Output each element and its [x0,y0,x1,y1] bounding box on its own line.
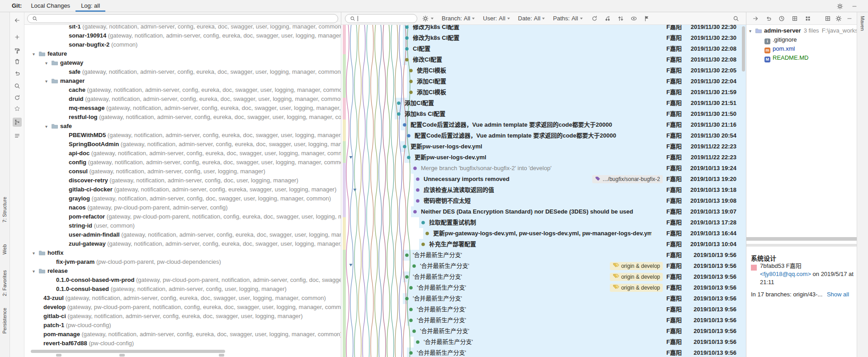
branch-item[interactable]: sonar-bugfix-2 (common) [24,40,341,49]
commit-row[interactable]: 添加k8s CI配置F嘉阳2019/11/30 21:50 [341,109,746,119]
flatten-packages-icon[interactable] [804,15,811,22]
branch-item[interactable]: PBEWithMD5 (gateway, notification, admin… [24,131,341,140]
commit-row[interactable]: '合并最新生产分支'F嘉阳2019/10/13 9:56 [341,250,746,261]
branch-item[interactable]: 0.1.0-consol-based-vm-prod (gateway, pw-… [24,276,341,285]
commit-row[interactable]: Neither DES (Data Encryption Standard) n… [341,206,746,217]
branch-folder[interactable]: ▾release [24,267,341,276]
revert-icon[interactable] [13,69,22,78]
chevron-down-icon[interactable]: ▾ [749,27,755,35]
ide-settings-icon[interactable] [836,3,844,10]
branch-item[interactable]: SpringBootAdmin (gateway, notification, … [24,140,341,149]
view-settings-icon[interactable] [835,15,842,22]
horizontal-scrollbar[interactable] [31,350,225,353]
branch-item[interactable]: gitlab-ci (gateway, notification, admin-… [24,312,341,321]
group-by-icon[interactable] [791,15,798,22]
branch-item[interactable]: sit-1 (gateway, notification, admin-serv… [24,25,341,31]
commit-row[interactable]: 密码密钥不应太短F嘉阳2019/10/13 19:08 [341,195,746,206]
branch-item[interactable]: mq-message (gateway, notification, admin… [24,104,341,113]
branch-item[interactable]: druid (gateway, notification, admin-serv… [24,95,341,104]
history-icon[interactable] [778,15,785,22]
back-icon[interactable] [13,16,22,25]
refresh-log-icon[interactable] [591,15,598,22]
author-email-link[interactable]: <fjy8018@qq.com> [760,271,811,277]
commit-row[interactable]: 使用CI模板F嘉阳2019/11/30 22:05 [341,65,746,76]
paint-roller-icon[interactable] [13,46,22,55]
commit-row[interactable]: '合并最新生产分支'origin & developF嘉阳2019/10/13 … [341,282,746,293]
branch-item[interactable]: patch-1 (pw-cloud-config) [24,321,341,330]
commit-row[interactable]: '合并最新生产分支'F嘉阳2019/10/13 9:56 [341,347,746,357]
branch-item[interactable]: api-doc (gateway, notification, admin-se… [24,149,341,158]
chevron-down-icon[interactable]: ▾ [33,249,38,257]
tool-window-button-structure[interactable]: 7: Structure [2,197,7,223]
preview-diff-icon[interactable] [630,15,637,22]
commit-row[interactable]: 配置Code后置过滤器，Vue admin template 要求返回的code… [341,119,746,130]
jump-to-source-icon[interactable] [752,15,759,22]
branch-item[interactable]: restful-log (gateway, notification, admi… [24,113,341,122]
splitter[interactable] [746,237,857,241]
show-all-link[interactable]: Show all [827,291,849,298]
branch-label[interactable]: origin & develop [610,284,663,292]
user-filter[interactable]: User: All [483,15,510,22]
tool-window-button-persistence[interactable]: Persistence [2,308,7,333]
minimize-icon[interactable] [851,3,858,10]
commit-row[interactable]: 应该检查从流读取返回的值F嘉阳2019/10/13 19:18 [341,185,746,195]
branch-item[interactable]: discover-retry (gateway, notification, a… [24,176,341,185]
branch-item[interactable]: config (gateway, notification, admin-ser… [24,158,341,167]
navigate-commit-icon[interactable] [617,15,624,22]
find-icon[interactable] [13,81,22,90]
branch-folder[interactable]: ▾gateway [24,58,341,67]
tool-window-button-maven[interactable]: Maven [860,16,865,31]
delete-icon[interactable] [13,57,22,66]
commit-row[interactable]: '合并最新生产分支'F嘉阳2019/10/13 9:56 [341,337,746,347]
branch-item[interactable]: nacos (gateway, pw-cloud-pom-parent, adm… [24,203,341,212]
commit-row[interactable]: 拉取配置重试机制F嘉阳2019/10/13 17:28 [341,217,746,228]
layout-icon[interactable] [824,15,831,22]
date-filter[interactable]: Date: All [518,15,545,22]
find-commit-icon[interactable] [732,15,740,22]
splitter[interactable] [746,244,857,247]
branch-item[interactable]: sonar-190914 (gateway, notification, adm… [24,31,341,40]
branch-item[interactable]: cache (gateway, notification, admin-serv… [24,86,341,95]
commit-row[interactable]: '合并最新生产分支'F嘉阳2019/10/13 9:56 [341,315,746,326]
commit-row[interactable]: CI配置F嘉阳2019/11/30 22:08 [341,43,746,54]
commit-row[interactable]: 添加CI模板F嘉阳2019/11/30 21:59 [341,87,746,98]
commit-row[interactable]: 修改CI配置F嘉阳2019/11/30 22:08 [341,54,746,65]
chevron-down-icon[interactable]: ▾ [45,59,51,67]
add-icon[interactable] [13,33,22,42]
tool-window-button-favorites[interactable]: 2: Favorites [2,270,7,296]
cherry-pick-icon[interactable] [604,15,611,22]
hide-panel-icon[interactable] [846,15,853,22]
branch-folder[interactable]: ▾manager [24,76,341,86]
chevron-down-icon[interactable]: ▾ [45,77,51,86]
branch-filter[interactable]: Branch: All [442,15,475,22]
tab-local-changes[interactable]: Local Changes [25,0,75,12]
branch-search-input[interactable] [27,14,338,23]
commit-row[interactable]: 修改为k8s CI配置F嘉阳2019/11/30 22:30 [341,33,746,43]
branch-item[interactable]: safe (gateway, notification, admin-serve… [24,67,341,76]
commit-row[interactable]: 修改为k8s CI配置F嘉阳2019/11/30 22:30 [341,25,746,33]
changed-file-row[interactable]: MREADME.MD [746,53,857,62]
changed-file-row[interactable]: i.gitignore [746,35,857,44]
tool-window-button-web[interactable]: Web [2,244,7,254]
rollback-icon[interactable] [765,15,772,22]
branch-item[interactable]: pom-manage (gateway, notification, admin… [24,330,341,339]
branch-item[interactable]: develop (gateway, pw-cloud-pom-parent, n… [24,303,341,312]
vertical-scrollbar[interactable] [742,26,745,71]
refresh-icon[interactable] [13,93,22,102]
branch-item[interactable]: string-id (user, common) [24,221,341,230]
commit-row[interactable]: 配置Code后置过滤器，Vue admin template 要求返回的code… [341,130,746,141]
branch-item[interactable]: 0.1.0-consul-based (gateway, notificatio… [24,285,341,294]
commit-row[interactable]: '合并最新生产分支'origin & developF嘉阳2019/10/13 … [341,271,746,282]
branch-item[interactable]: graylog (gateway, notification, admin-se… [24,194,341,203]
commit-row[interactable]: 更新pw-gateway-logs-dev.yml, pw-user-logs-… [341,228,746,239]
commit-row[interactable]: 补充生产部署配置F嘉阳2019/10/13 10:04 [341,239,746,250]
commit-row[interactable]: '合并最新生产分支'F嘉阳2019/10/13 9:56 [341,304,746,315]
paths-filter[interactable]: Paths: All [553,15,582,22]
branch-item[interactable]: zuul-gateway (gateway, notification, adm… [24,239,341,248]
branch-item[interactable]: 43-zuul (gateway, notification, admin-se… [24,294,341,303]
commit-row[interactable]: '合并最新生产分支'F嘉阳2019/10/13 9:56 [341,293,746,304]
branch-label[interactable]: origin & develop [610,262,663,270]
branch-item[interactable]: pom-refactor (gateway, pw-cloud-pom-pare… [24,212,341,221]
favorites-icon[interactable] [13,104,22,113]
chevron-down-icon[interactable]: ▾ [33,267,38,276]
